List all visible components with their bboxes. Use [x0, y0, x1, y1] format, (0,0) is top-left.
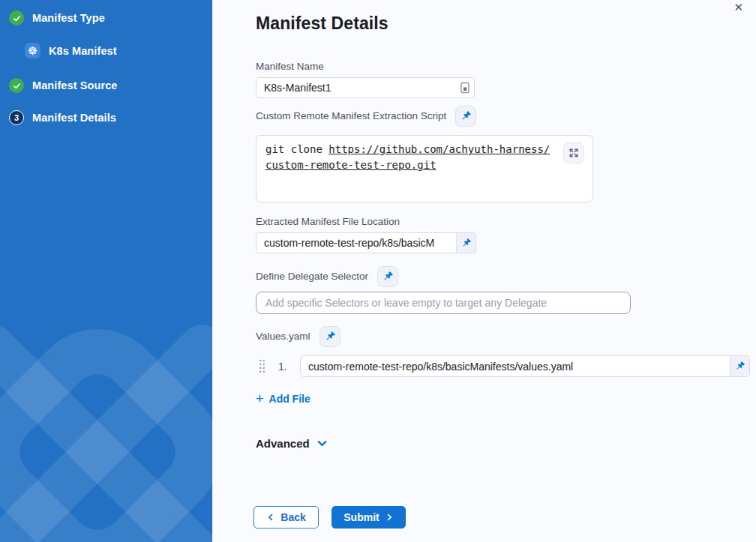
- add-file-label: Add File: [269, 393, 310, 405]
- sidebar-substep-k8s-manifest[interactable]: ☸ K8s Manifest: [25, 43, 117, 58]
- runtime-input-pin-button[interactable]: [377, 266, 398, 287]
- step-label: Manifest Type: [32, 12, 105, 24]
- submit-button-label: Submit: [344, 511, 379, 523]
- values-yaml-row: 1.: [256, 355, 756, 377]
- values-file-input[interactable]: [301, 356, 730, 376]
- script-text: git clone https://github.com/achyuth-har…: [266, 142, 554, 173]
- sidebar-step-manifest-source[interactable]: Manifest Source: [9, 78, 118, 93]
- wizard-footer: Back Submit: [254, 506, 756, 529]
- submit-button[interactable]: Submit: [332, 506, 406, 529]
- plus-icon: +: [256, 393, 264, 405]
- expand-icon[interactable]: [563, 142, 584, 163]
- check-circle-icon: [9, 10, 24, 25]
- values-yaml-label-row: Values.yaml: [256, 326, 756, 347]
- extraction-script-label-row: Custom Remote Manifest Extraction Script: [256, 106, 756, 127]
- script-repo-url-line2: custom-remote-test-repo.git: [266, 157, 436, 173]
- drag-handle-icon[interactable]: [259, 359, 266, 373]
- row-index: 1.: [278, 361, 293, 373]
- manifest-name-input[interactable]: [256, 78, 456, 97]
- wizard-sidebar: Manifest Type ☸ K8s Manifest Manifest So…: [0, 0, 212, 542]
- advanced-label: Advanced: [256, 437, 310, 450]
- step-label: Manifest Details: [32, 112, 116, 124]
- close-icon[interactable]: ✕: [734, 0, 743, 15]
- back-button[interactable]: Back: [254, 506, 319, 529]
- step-label: Manifest Source: [32, 79, 118, 91]
- advanced-section-toggle[interactable]: Advanced: [256, 437, 338, 450]
- script-repo-url-line1: https://github.com/achyuth-harness/: [328, 142, 550, 157]
- delegate-selector-label-row: Define Delegate Selector: [256, 266, 756, 287]
- step-label: K8s Manifest: [49, 45, 117, 57]
- values-file-field: [300, 355, 750, 377]
- delegate-selector-input[interactable]: [256, 292, 631, 314]
- manifest-name-label: Manifest Name: [256, 60, 756, 73]
- file-location-label: Extracted Manifest File Location: [256, 215, 756, 229]
- manifest-wizard-dialog: Manifest Type ☸ K8s Manifest Manifest So…: [0, 0, 756, 542]
- manifest-name-field: [256, 77, 475, 98]
- runtime-input-pin-button[interactable]: [320, 326, 340, 347]
- file-location-input[interactable]: [256, 233, 456, 253]
- chevron-left-icon: [266, 513, 275, 522]
- sidebar-step-manifest-details[interactable]: 3 Manifest Details: [9, 110, 116, 125]
- delegate-selector-label: Define Delegate Selector: [256, 270, 368, 283]
- add-file-button[interactable]: + Add File: [256, 393, 310, 405]
- runtime-input-pin-button[interactable]: [455, 106, 476, 127]
- chevron-right-icon: [385, 513, 394, 522]
- chevron-down-icon: [316, 438, 328, 449]
- harness-logo-watermark: [0, 291, 212, 542]
- pin-icon[interactable]: [456, 233, 476, 253]
- values-yaml-label: Values.yaml: [256, 330, 310, 343]
- manifest-details-panel: ✕ Manifest Details Manifest Name Custom …: [212, 0, 756, 542]
- script-command: git clone: [266, 143, 328, 155]
- extraction-script-editor[interactable]: git clone https://github.com/achyuth-har…: [256, 135, 593, 202]
- pin-icon[interactable]: [730, 356, 749, 376]
- page-title: Manifest Details: [256, 12, 756, 34]
- sidebar-step-manifest-type[interactable]: Manifest Type: [9, 10, 105, 25]
- extraction-script-label: Custom Remote Manifest Extraction Script: [256, 109, 446, 123]
- kubernetes-icon: ☸: [25, 43, 40, 58]
- edit-name-icon[interactable]: [456, 82, 474, 94]
- file-location-field: [256, 232, 476, 253]
- back-button-label: Back: [280, 511, 305, 523]
- step-number-badge: 3: [9, 110, 24, 125]
- check-circle-icon: [9, 78, 24, 93]
